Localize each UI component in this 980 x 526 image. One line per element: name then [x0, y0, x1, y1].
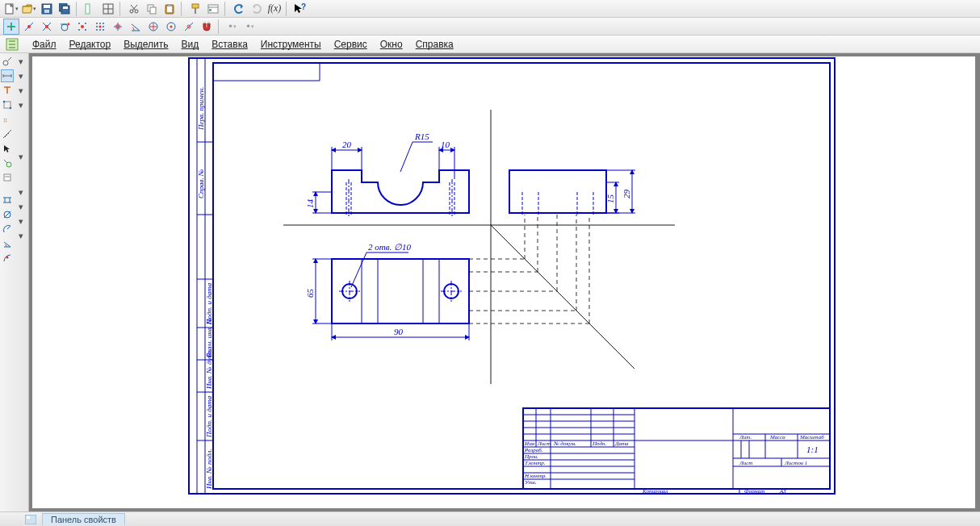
svg-point-35 — [81, 25, 84, 28]
tool-spec-icon[interactable] — [1, 157, 14, 169]
menu-service[interactable]: Сервис — [328, 37, 374, 52]
tool-select-icon[interactable] — [1, 142, 14, 155]
dim-holes: 2 отв. ∅10 — [368, 242, 411, 252]
svg-rect-114 — [509, 170, 606, 213]
layout-button[interactable] — [100, 1, 116, 17]
tool-report-icon[interactable] — [1, 171, 14, 184]
tool-rad-icon[interactable] — [1, 223, 14, 236]
main-area: ⌗ ▾ ▾ ▾ ▾ ▾ ▾ ▾ ▾ ▾ — [0, 53, 980, 526]
svg-point-48 — [103, 29, 104, 31]
svg-rect-7 — [86, 4, 90, 14]
svg-text:Лист: Лист — [739, 460, 752, 466]
redo-button[interactable] — [249, 1, 265, 17]
svg-text:⌗: ⌗ — [3, 116, 7, 124]
svg-text:№ докум.: № докум. — [553, 440, 576, 447]
svg-rect-16 — [150, 7, 156, 14]
dim-20: 20 — [342, 140, 352, 149]
toggle-5-icon[interactable]: ▾ — [15, 150, 27, 163]
side-label-2: Подп. и дата — [205, 395, 213, 438]
tool-diam-icon[interactable] — [1, 208, 14, 221]
undo-button[interactable] — [231, 1, 247, 17]
svg-rect-205 — [25, 515, 36, 524]
generate-view-icon[interactable] — [3, 36, 21, 52]
menu-window[interactable]: Окно — [374, 37, 409, 52]
properties-button[interactable] — [205, 1, 221, 17]
svg-rect-206 — [27, 516, 30, 519]
menu-insert[interactable]: Вставка — [205, 37, 254, 52]
toggle-7-icon[interactable]: ▾ — [15, 200, 27, 213]
snap-config-2-button[interactable]: • — [242, 19, 258, 35]
left-toolbar-1: ⌗ — [0, 53, 15, 526]
toggle-8-icon[interactable]: ▾ — [15, 215, 27, 228]
svg-text:Лист: Лист — [537, 440, 551, 447]
snap-near-button[interactable] — [74, 19, 90, 35]
tool-edit-icon[interactable] — [1, 98, 14, 111]
paste-button[interactable] — [161, 1, 178, 17]
open-doc-button[interactable] — [21, 1, 37, 17]
snap-center-button[interactable] — [145, 19, 161, 35]
snap-magnet-button[interactable] — [199, 19, 215, 35]
menu-select[interactable]: Выделить — [117, 37, 174, 52]
toggle-3-icon[interactable]: ▾ — [15, 84, 27, 97]
properties-panel-icon[interactable] — [24, 514, 37, 525]
toggle-9-icon[interactable]: ▾ — [15, 229, 27, 242]
dim-15: 15 — [605, 194, 615, 204]
snap-config-1-button[interactable]: • — [224, 19, 241, 35]
snap-grid-button[interactable] — [92, 19, 108, 35]
tool-angdim-icon[interactable] — [1, 237, 14, 250]
toolbar-snaps: • • — [0, 18, 980, 35]
toggle-2-icon[interactable]: ▾ — [15, 69, 27, 82]
snap-end-button[interactable] — [3, 19, 19, 35]
fx-button[interactable]: f(x) — [266, 1, 283, 17]
copy-button[interactable] — [144, 1, 160, 17]
snap-int-button[interactable] — [39, 19, 55, 35]
svg-point-65 — [3, 61, 8, 65]
side-label-0: Перв. примен. — [197, 87, 205, 131]
svg-rect-68 — [4, 102, 10, 108]
svg-point-40 — [96, 23, 98, 24]
tool-lindim-icon[interactable] — [1, 194, 14, 207]
snap-mid-button[interactable] — [21, 19, 37, 35]
toggle-6-icon[interactable]: ▾ — [15, 186, 27, 198]
svg-point-29 — [27, 25, 31, 28]
snap-ang-button[interactable] — [128, 19, 144, 35]
svg-point-45 — [103, 26, 104, 27]
snap-node-button[interactable] — [110, 19, 126, 35]
svg-rect-2 — [44, 5, 50, 8]
menu-help[interactable]: Справка — [409, 37, 460, 52]
svg-point-43 — [96, 26, 98, 27]
snap-perp-button[interactable] — [163, 19, 179, 35]
svg-rect-18 — [167, 6, 172, 12]
doc-manager-button[interactable] — [82, 1, 98, 17]
menu-editor[interactable]: Редактор — [63, 37, 118, 52]
svg-text:1:1: 1:1 — [806, 445, 819, 454]
drawing-canvas[interactable]: Перв. примен. Справ. № Подп. и дата Инв.… — [29, 53, 980, 526]
svg-point-36 — [78, 23, 80, 24]
toggle-1-icon[interactable]: ▾ — [15, 55, 27, 68]
save-all-button[interactable] — [57, 1, 73, 17]
new-doc-button[interactable] — [3, 1, 19, 17]
format-brush-button[interactable] — [187, 1, 203, 17]
save-button[interactable] — [39, 1, 55, 17]
menu-tools[interactable]: Инструменты — [254, 37, 328, 52]
snap-par-button[interactable] — [181, 19, 197, 35]
svg-point-39 — [85, 29, 86, 31]
properties-panel-tab[interactable]: Панель свойств — [42, 513, 125, 525]
snap-tan-button[interactable] — [57, 19, 73, 35]
menu-file[interactable]: Файл — [26, 37, 63, 52]
tool-text-icon[interactable] — [1, 84, 14, 97]
svg-text:Изм: Изм — [524, 440, 535, 447]
toggle-4-icon[interactable]: ▾ — [15, 98, 27, 111]
cut-button[interactable] — [126, 1, 142, 17]
svg-point-38 — [78, 29, 80, 31]
tool-arc-icon[interactable] — [1, 252, 14, 265]
side-label-1: Справ. № — [197, 169, 205, 198]
tool-measure-icon[interactable] — [1, 127, 14, 140]
tool-dim-icon[interactable] — [1, 69, 14, 82]
tool-param-icon[interactable]: ⌗ — [1, 113, 14, 126]
tool-geom-icon[interactable] — [1, 55, 14, 68]
help-cursor-button[interactable]: ? — [292, 1, 308, 17]
menu-view[interactable]: Вид — [175, 37, 206, 52]
svg-text:Подп.: Подп. — [592, 440, 607, 447]
svg-rect-20 — [192, 4, 199, 8]
